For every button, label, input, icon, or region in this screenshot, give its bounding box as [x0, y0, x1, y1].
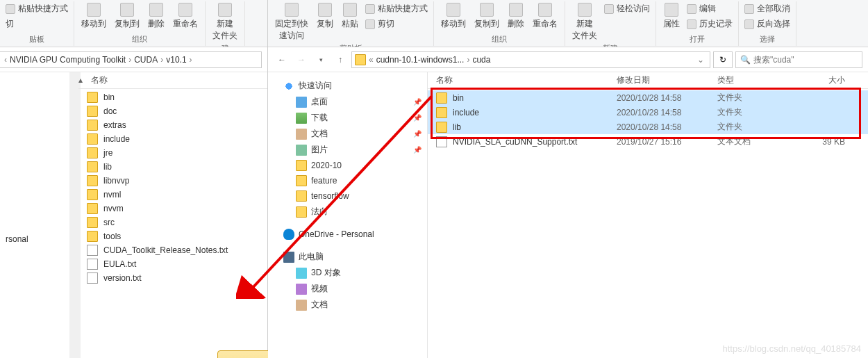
- group-label: 组织: [492, 34, 507, 46]
- breadcrumb-item[interactable]: cuda: [472, 55, 490, 65]
- breadcrumb-dropdown[interactable]: ⌄: [694, 55, 707, 65]
- folder-icon: [296, 190, 307, 202]
- move-to-button[interactable]: 移动到: [438, 1, 469, 31]
- breadcrumb-item[interactable]: CUDA: [134, 55, 158, 65]
- rename-button[interactable]: 重命名: [170, 1, 201, 31]
- invert-selection-button[interactable]: 反向选择: [743, 17, 792, 31]
- address-bar: ‹ NVIDIA GPU Computing Toolkit › CUDA › …: [0, 47, 267, 72]
- breadcrumb[interactable]: ‹ NVIDIA GPU Computing Toolkit › CUDA › …: [0, 51, 262, 68]
- nav-video[interactable]: 视频: [271, 281, 424, 297]
- history-button[interactable]: 历史记录: [685, 17, 734, 31]
- watermark: https://blog.csdn.net/qq_40185784: [723, 343, 862, 354]
- easy-access-button[interactable]: 轻松访问: [603, 1, 651, 16]
- up-button[interactable]: ↑: [332, 51, 349, 68]
- file-row[interactable]: nvml: [78, 188, 267, 202]
- paste-shortcut-button[interactable]: 粘贴快捷方式: [4, 1, 69, 16]
- chevron-right-icon: ›: [465, 55, 471, 65]
- columns-header: 名称 修改日期 类型 大小: [428, 72, 868, 89]
- file-name: lib: [103, 162, 267, 172]
- file-row[interactable]: jre: [78, 146, 267, 160]
- file-row[interactable]: NVIDIA_SLA_cuDNN_Support.txt 2019/10/27 …: [428, 134, 868, 149]
- label: 粘贴快捷方式: [378, 3, 428, 15]
- file-row[interactable]: include 2020/10/28 14:58 文件夹: [428, 105, 868, 120]
- copy-button[interactable]: 复制: [314, 1, 336, 31]
- refresh-button[interactable]: ↻: [713, 51, 733, 68]
- file-row[interactable]: version.txt: [78, 271, 267, 285]
- file-type: 文件夹: [717, 121, 801, 133]
- scissors-icon: [365, 19, 375, 29]
- nav-folder[interactable]: 2020-10: [271, 158, 424, 173]
- nav-3d[interactable]: 3D 对象: [271, 265, 424, 281]
- deselect-all-button[interactable]: 全部取消: [743, 1, 792, 16]
- nav-folder[interactable]: 法向: [271, 204, 424, 220]
- folder-icon: [436, 107, 447, 118]
- search-input[interactable]: [753, 55, 858, 65]
- file-row[interactable]: nvvm: [78, 202, 267, 215]
- nav-pictures[interactable]: 图片📌: [271, 142, 424, 158]
- file-row[interactable]: bin 2020/10/28 14:58 文件夹: [428, 90, 868, 105]
- nav-onedrive[interactable]: OneDrive - Personal: [271, 227, 424, 242]
- new-folder-button[interactable]: 新建 文件夹: [210, 1, 240, 43]
- group-label: 选择: [760, 34, 775, 46]
- group-label: 贴板: [29, 34, 44, 46]
- breadcrumb-item[interactable]: cudnn-10.1-windows1...: [376, 55, 465, 65]
- search-box[interactable]: 🔍: [735, 51, 862, 68]
- folder-icon: [87, 189, 98, 200]
- file-name: extras: [103, 120, 267, 130]
- cloud-icon: [283, 229, 294, 240]
- file-row[interactable]: doc: [78, 104, 267, 118]
- nav-desktop[interactable]: 桌面📌: [271, 94, 424, 110]
- delete-button[interactable]: 删除: [145, 1, 167, 31]
- folder-icon: [87, 217, 98, 228]
- breadcrumb-item[interactable]: NVIDIA GPU Computing Toolkit: [10, 55, 126, 65]
- nav-quick-access[interactable]: 快速访问: [271, 78, 424, 94]
- move-to-button[interactable]: 移动到: [78, 1, 109, 31]
- file-row[interactable]: lib: [78, 160, 267, 174]
- nav-this-pc[interactable]: 此电脑: [271, 249, 424, 265]
- back-button[interactable]: ←: [274, 51, 290, 68]
- star-icon: [283, 81, 294, 92]
- cut-button[interactable]: 切: [4, 17, 69, 31]
- new-folder-button[interactable]: 新建 文件夹: [569, 1, 600, 43]
- file-row[interactable]: include: [78, 132, 267, 146]
- file-row[interactable]: EULA.txt: [78, 257, 267, 271]
- paste-button[interactable]: 粘贴: [339, 1, 361, 31]
- pin-quick-access-button[interactable]: 固定到快 速访问: [272, 1, 311, 43]
- copy-to-button[interactable]: 复制到: [112, 1, 142, 31]
- file-name: doc: [103, 106, 267, 116]
- breadcrumb[interactable]: « cudnn-10.1-windows1... › cuda ⌄: [351, 51, 710, 68]
- recent-button[interactable]: ▾: [312, 51, 329, 68]
- file-row[interactable]: bin: [78, 90, 267, 104]
- nav-item-stub[interactable]: rsonal: [0, 232, 78, 246]
- column-date[interactable]: 修改日期: [617, 74, 717, 86]
- delete-button[interactable]: 删除: [505, 1, 527, 31]
- copy-to-button[interactable]: 复制到: [471, 1, 502, 31]
- folder-icon: [355, 54, 366, 65]
- label: 全部取消: [757, 3, 790, 15]
- nav-downloads[interactable]: 下载📌: [271, 110, 424, 126]
- forward-button[interactable]: →: [293, 51, 310, 68]
- nav-folder[interactable]: tensorflow: [271, 188, 424, 204]
- file-row[interactable]: src: [78, 215, 267, 229]
- file-row[interactable]: libnvvp: [78, 174, 267, 188]
- nav-documents-2[interactable]: 文档: [271, 297, 424, 313]
- breadcrumb-item[interactable]: v10.1: [166, 55, 186, 65]
- file-row[interactable]: lib 2020/10/28 14:58 文件夹: [428, 120, 868, 134]
- properties-button[interactable]: 属性: [660, 1, 683, 31]
- column-name[interactable]: 名称: [436, 74, 617, 86]
- folder-icon: [87, 133, 98, 145]
- rename-button[interactable]: 重命名: [530, 1, 560, 31]
- edit-button[interactable]: 编辑: [685, 1, 734, 16]
- column-name[interactable]: 名称: [91, 74, 108, 86]
- pin-icon: 📌: [413, 146, 422, 154]
- file-row[interactable]: extras: [78, 118, 267, 132]
- nav-folder[interactable]: feature: [271, 173, 424, 188]
- paste-shortcut-button[interactable]: 粘贴快捷方式: [364, 1, 429, 16]
- file-row[interactable]: tools: [78, 229, 267, 243]
- cut-button[interactable]: 剪切: [364, 17, 429, 31]
- column-size[interactable]: 大小: [801, 74, 856, 86]
- file-row[interactable]: CUDA_Toolkit_Release_Notes.txt: [78, 243, 267, 257]
- column-type[interactable]: 类型: [717, 74, 801, 86]
- nav-documents[interactable]: 文档📌: [271, 126, 424, 142]
- file-list: bindocextrasincludejreliblibnvvpnvmlnvvm…: [78, 89, 267, 286]
